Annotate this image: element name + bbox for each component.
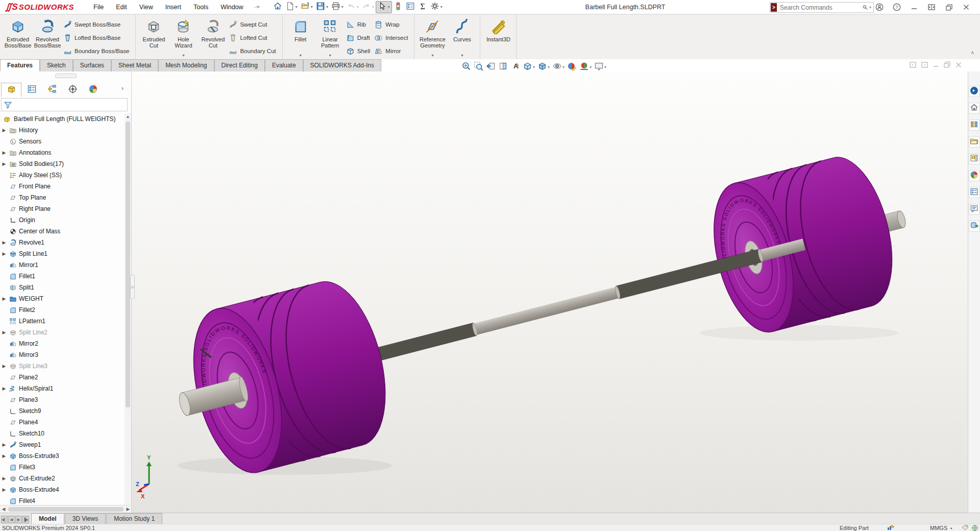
import-export-data-button[interactable] (969, 221, 980, 232)
zoom-to-area-button[interactable] (473, 61, 484, 73)
expand-arrow-icon[interactable]: ▶ (0, 453, 8, 458)
help-button[interactable]: ? (888, 0, 905, 14)
expand-arrow-icon[interactable]: ▶ (0, 296, 8, 301)
tab-surfaces[interactable]: Surfaces (73, 59, 111, 71)
instant3d-button[interactable]: Instant3D (483, 16, 513, 59)
solidworks-forum-button[interactable] (969, 204, 980, 215)
intersect-button[interactable]: Intersect (373, 31, 411, 44)
tree-item-top-plane[interactable]: Top Plane (0, 192, 125, 203)
tree-item-mirror1[interactable]: Mirror1 (0, 259, 125, 271)
revolved-cut-button[interactable]: Revolved Cut (198, 16, 228, 59)
equations-button[interactable]: Σ (416, 1, 429, 13)
tree-item-boss-extrude4[interactable]: ▶Boss-Extrude4 (0, 484, 125, 495)
lofted-cut-button[interactable]: Lofted Cut (228, 31, 279, 44)
file-explorer-button[interactable] (969, 136, 980, 148)
tree-item-origin[interactable]: Origin (0, 214, 125, 226)
tree-item-plane4[interactable]: Plane4 (0, 417, 125, 428)
tree-item-mirror3[interactable]: Mirror3 (0, 349, 125, 360)
prev-tab-icon[interactable]: ◀ (8, 516, 15, 523)
tab-solidworks-add-ins[interactable]: SOLIDWORKS Add-Ins (303, 59, 381, 71)
viewport-restore-icon[interactable] (944, 61, 950, 68)
expand-arrow-icon[interactable]: ▶ (0, 476, 8, 481)
tag-icon[interactable] (962, 525, 968, 531)
first-tab-icon[interactable]: ◀▏ (1, 516, 8, 523)
shell-button[interactable]: Shell (345, 44, 374, 58)
tree-item-plane3[interactable]: Plane3 (0, 394, 125, 405)
rebuild-button[interactable] (392, 1, 404, 13)
tree-item-solid-bodies-17-[interactable]: ▶Solid Bodies(17) (0, 158, 125, 170)
tree-item-split1[interactable]: Split1 (0, 282, 125, 293)
tree-item-split-line2[interactable]: ▶Split Line2 (0, 327, 125, 338)
tab-sketch[interactable]: Sketch (40, 59, 73, 71)
minimize-button[interactable] (905, 0, 923, 14)
panel-splitter-handle[interactable] (130, 275, 135, 299)
hole-wizard-button[interactable]: Hole Wizard▾ (168, 16, 198, 59)
mirror-button[interactable]: Mirror (373, 44, 411, 58)
last-tab-icon[interactable]: ▐▶ (22, 516, 29, 523)
tab-sheet-metal[interactable]: Sheet Metal (111, 59, 158, 71)
linear-pattern-button[interactable]: Linear Pattern▾ (315, 16, 345, 59)
tree-item-mirror2[interactable]: Mirror2 (0, 338, 125, 349)
menu-edit[interactable]: Edit (110, 1, 133, 13)
select-button[interactable]: ▾ (376, 1, 392, 13)
tree-vertical-scrollbar[interactable]: ▲ ▼ (125, 113, 131, 513)
new-document-button[interactable]: ▾ (284, 1, 299, 13)
home-button[interactable] (272, 1, 284, 13)
globe-icon[interactable] (972, 525, 978, 531)
search-commands-box[interactable]: > 🔍︎ ▾ (770, 2, 874, 13)
graphics-viewport[interactable]: SOLIDWORKS SOLIDWORKS SOLIDWORKS (132, 71, 968, 513)
swept-cut-button[interactable]: Swept Cut (228, 18, 279, 31)
hide-show-items-button[interactable]: ▾ (552, 61, 565, 73)
apply-scene-button[interactable]: ▾ (579, 61, 592, 73)
search-icon[interactable]: 🔍︎ (862, 4, 868, 11)
panel-tab-property-manager[interactable] (21, 83, 42, 97)
tree-item-split-line3[interactable]: ▶Split Line3 (0, 360, 125, 372)
scroll-up-icon[interactable]: ▲ (125, 113, 131, 120)
expand-arrow-icon[interactable]: ▶ (0, 161, 8, 166)
tree-item-revolve1[interactable]: ▶Revolve1 (0, 237, 125, 248)
scroll-left-icon[interactable]: ◀ (0, 506, 7, 512)
tree-item-alloy-steel-ss-[interactable]: Alloy Steel (SS) (0, 170, 125, 181)
tree-item-right-plane[interactable]: Right Plane (0, 203, 125, 214)
menu-window[interactable]: Window (214, 1, 249, 13)
solidworks-resources-button[interactable] (969, 103, 980, 114)
doc-tab-3d-views[interactable]: 3D Views (65, 513, 106, 524)
tree-item-cut-extrude2[interactable]: ▶Cut-Extrude2 (0, 473, 125, 484)
section-view-button[interactable] (498, 61, 508, 73)
expand-arrow-icon[interactable]: ▶ (0, 442, 8, 447)
print-button[interactable]: ▾ (330, 1, 345, 13)
tree-item-split-line1[interactable]: ▶Split Line1 (0, 248, 125, 259)
draft-button[interactable]: Draft (345, 31, 374, 44)
curves-button[interactable]: Curves▾ (447, 16, 477, 59)
tree-filter-row[interactable] (1, 98, 128, 111)
expand-arrow-icon[interactable]: ▶ (0, 251, 8, 256)
edit-appearance-button[interactable] (567, 61, 577, 73)
tree-item-history[interactable]: ▶History (0, 125, 125, 136)
search-input[interactable] (777, 4, 862, 11)
extruded-boss-base-button[interactable]: Extruded Boss/Base (3, 16, 33, 59)
viewport-minimize-icon[interactable] (933, 62, 939, 68)
user-account-button[interactable] (871, 0, 888, 14)
close-button[interactable] (958, 0, 975, 14)
save-button[interactable]: ▾ (314, 1, 330, 13)
options-button[interactable]: ▾ (429, 1, 444, 13)
boundary-boss-base-button[interactable]: Boundary Boss/Base (62, 44, 132, 58)
panel-tabs-more-icon[interactable]: › (121, 85, 124, 92)
zoom-to-fit-button[interactable] (461, 61, 472, 73)
expand-arrow-icon[interactable]: ▶ (0, 330, 8, 335)
collapse-left-icon[interactable] (910, 62, 916, 68)
panel-grip[interactable] (55, 74, 77, 78)
tree-item-annotations[interactable]: ▶AAnnotations (0, 147, 125, 158)
tree-item-plane2[interactable]: Plane2 (0, 372, 125, 383)
view-settings-button[interactable]: ▾ (594, 61, 607, 73)
next-tab-icon[interactable]: ▶ (15, 516, 22, 523)
expand-arrow-icon[interactable]: ▶ (0, 150, 8, 155)
wrap-button[interactable]: Wrap (373, 18, 411, 31)
tree-item-helix-spiral1[interactable]: ▶Helix/Spiral1 (0, 383, 125, 394)
barbell-model[interactable]: SOLIDWORKS SOLIDWORKS SOLIDWORKS (132, 71, 955, 513)
rib-button[interactable]: Rib (345, 18, 374, 31)
tree-item-lpattern1[interactable]: LPattern1 (0, 316, 125, 327)
tree-item-fillet3[interactable]: Fillet3 (0, 462, 125, 473)
extruded-cut-button[interactable]: Extruded Cut (139, 16, 168, 59)
restore-button[interactable] (940, 0, 958, 14)
